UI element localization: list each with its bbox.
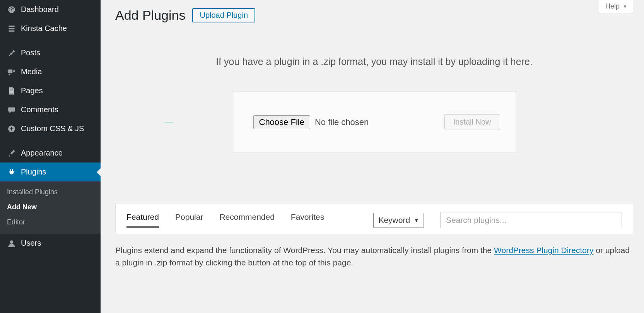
sidebar-item-custom-css-js[interactable]: Custom CSS & JS: [0, 119, 101, 138]
help-label: Help: [605, 2, 620, 10]
sidebar-item-label: Posts: [21, 48, 96, 57]
sidebar-item-label: Appearance: [21, 149, 96, 157]
svg-point-6: [10, 240, 14, 244]
upload-plugin-button[interactable]: Upload Plugin: [192, 8, 255, 22]
search-plugins-input[interactable]: [440, 212, 622, 228]
submenu-add-new[interactable]: Add New: [0, 200, 101, 215]
submenu-installed-plugins[interactable]: Installed Plugins: [0, 185, 101, 200]
page-title: Add Plugins: [115, 8, 185, 23]
sidebar-item-users[interactable]: Users: [0, 234, 101, 253]
menu-separator: [0, 38, 101, 43]
upload-form: Choose File No file chosen Install Now: [234, 91, 515, 153]
sidebar-item-pages[interactable]: Pages: [0, 81, 101, 100]
chevron-down-icon: ▼: [414, 217, 419, 223]
submenu-editor[interactable]: Editor: [0, 215, 101, 230]
help-tab[interactable]: Help ▼: [599, 0, 633, 14]
sidebar-item-label: Comments: [21, 105, 96, 114]
sidebar-item-posts[interactable]: Posts: [0, 43, 101, 62]
plugins-description: Plugins extend and expand the functional…: [115, 244, 633, 269]
tab-popular[interactable]: Popular: [175, 212, 203, 228]
svg-rect-2: [9, 30, 14, 31]
main-content: Help ▼ Add Plugins Upload Plugin If you …: [101, 0, 644, 313]
sidebar-item-dashboard[interactable]: Dashboard: [0, 0, 101, 19]
comment-icon: [6, 106, 17, 114]
page-header: Add Plugins Upload Plugin: [115, 0, 633, 23]
plugin-icon: [6, 168, 17, 176]
install-now-button[interactable]: Install Now: [444, 114, 500, 130]
sidebar-item-comments[interactable]: Comments: [0, 100, 101, 119]
admin-sidebar: Dashboard Kinsta Cache Posts Media Pages…: [0, 0, 101, 313]
sidebar-item-plugins[interactable]: Plugins: [0, 162, 101, 181]
sidebar-item-label: Media: [21, 67, 96, 76]
arrow-annotation: [164, 118, 173, 127]
file-input-row: Choose File No file chosen: [253, 115, 369, 129]
file-status-label: No file chosen: [315, 117, 369, 127]
svg-rect-0: [9, 26, 14, 27]
svg-marker-8: [172, 121, 173, 123]
sidebar-item-label: Plugins: [21, 168, 96, 176]
search-type-select[interactable]: Keyword ▼: [373, 213, 424, 227]
upload-panel-description: If you have a plugin in a .zip format, y…: [115, 56, 633, 67]
sidebar-item-appearance[interactable]: Appearance: [0, 144, 101, 162]
chevron-down-icon: ▼: [623, 4, 627, 9]
svg-rect-3: [8, 69, 12, 73]
sidebar-item-kinsta-cache[interactable]: Kinsta Cache: [0, 19, 101, 38]
svg-point-4: [9, 74, 10, 75]
media-icon: [6, 68, 17, 76]
filter-tabs-panel: Featured Popular Recommended Favorites K…: [115, 203, 633, 234]
sidebar-item-label: Custom CSS & JS: [21, 124, 96, 133]
tab-recommended[interactable]: Recommended: [219, 212, 274, 228]
wp-plugin-directory-link[interactable]: WordPress Plugin Directory: [494, 246, 594, 255]
plus-circle-icon: [6, 125, 17, 133]
page-icon: [6, 87, 17, 95]
choose-file-button[interactable]: Choose File: [253, 115, 310, 129]
tab-favorites[interactable]: Favorites: [291, 212, 324, 228]
tab-featured[interactable]: Featured: [126, 212, 159, 228]
sidebar-item-label: Kinsta Cache: [21, 24, 96, 33]
desc-text-pre: Plugins extend and expand the functional…: [115, 246, 494, 255]
search-type-label: Keyword: [378, 216, 410, 225]
user-icon: [6, 239, 17, 248]
sidebar-item-media[interactable]: Media: [0, 62, 101, 81]
sidebar-item-label: Pages: [21, 86, 96, 95]
menu-separator: [0, 138, 101, 144]
sidebar-item-label: Users: [21, 239, 96, 248]
svg-rect-1: [9, 28, 14, 29]
dashboard-icon: [6, 5, 17, 14]
plugins-submenu: Installed Plugins Add New Editor: [0, 181, 101, 234]
sidebar-item-label: Dashboard: [21, 5, 96, 14]
brush-icon: [6, 149, 17, 157]
pin-icon: [6, 49, 17, 57]
database-icon: [6, 24, 17, 33]
